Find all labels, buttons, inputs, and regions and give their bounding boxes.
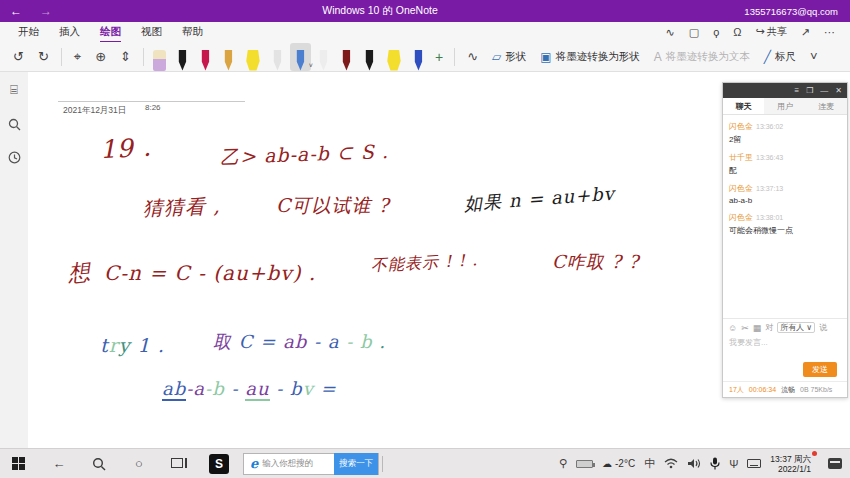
taskbar-clock[interactable]: 13:37 周六 2022/1/1 xyxy=(770,454,813,474)
wifi-icon[interactable] xyxy=(664,458,678,469)
chat-tab-chat[interactable]: 聊天 xyxy=(723,98,764,114)
notifications-bell-icon[interactable]: Ω xyxy=(726,26,748,38)
forward-arrow-icon[interactable]: → xyxy=(40,4,52,18)
chat-close-icon[interactable]: ✕ xyxy=(835,86,842,95)
cortana-icon[interactable]: ○ xyxy=(119,456,159,471)
redo-icon[interactable]: ↻ xyxy=(31,49,56,64)
taskbar-back-icon[interactable]: ← xyxy=(39,456,79,471)
share-icon[interactable]: ↪共享 xyxy=(749,25,794,39)
chat-timestamp: 13:38:01 xyxy=(756,214,783,221)
shapes-icon: ▱ xyxy=(492,50,501,64)
bitrate: 0B 75Kb/s xyxy=(800,386,832,393)
chat-input[interactable]: 我要发言... xyxy=(729,337,842,348)
ruler-button[interactable]: ╱标尺 xyxy=(757,50,803,64)
notification-badge xyxy=(812,451,817,456)
tab-insert[interactable]: 插入 xyxy=(49,23,90,41)
chat-text: 2留 xyxy=(729,134,841,145)
undo-icon[interactable]: ↺ xyxy=(6,49,31,64)
pen-black-2[interactable] xyxy=(359,43,380,71)
pen-black[interactable] xyxy=(172,43,193,71)
ink-line3-cannot: 不能表示 ! ! . xyxy=(371,250,479,277)
ink-replay-icon[interactable]: ∿ xyxy=(460,49,485,64)
viewer-count: 17人 xyxy=(729,385,744,395)
pan-icon[interactable]: ⇕ xyxy=(113,49,138,64)
lasso-select-icon[interactable]: ⌖ xyxy=(67,49,88,65)
ime-indicator[interactable]: 中 xyxy=(644,456,655,471)
notebooks-icon[interactable]: ⌸ xyxy=(10,82,18,98)
chat-minimize-icon[interactable]: — xyxy=(820,86,828,95)
screenshot-icon[interactable]: ✂ xyxy=(741,323,749,333)
ink-to-shape-button[interactable]: ▣将墨迹转换为形状 xyxy=(533,50,646,64)
sticky-note-icon[interactable]: ▢ xyxy=(682,26,706,39)
highlighter-yellow[interactable] xyxy=(241,43,265,71)
chat-tab-mic[interactable]: 连麦 xyxy=(806,98,847,114)
pen-red[interactable] xyxy=(195,43,216,71)
add-pen-icon[interactable]: + xyxy=(429,49,449,65)
session-duration: 00:06:34 xyxy=(749,386,776,393)
share-label: 共享 xyxy=(767,26,787,37)
weather-widget[interactable]: ☁-2°C xyxy=(602,458,635,469)
tab-help[interactable]: 帮助 xyxy=(172,23,213,41)
search-go-button[interactable]: 搜索一下 xyxy=(334,453,378,475)
audience-to-label: 对 xyxy=(765,322,773,333)
emoji-icon[interactable]: ☺ xyxy=(728,323,737,333)
pen-white-icon xyxy=(317,50,330,71)
task-view-icon[interactable] xyxy=(159,456,199,471)
chat-menu-icon[interactable]: ≡ xyxy=(794,86,799,95)
pen-blue[interactable]: ˅ xyxy=(290,43,311,71)
microphone-icon[interactable] xyxy=(710,457,720,470)
taskbar-search-box[interactable]: e 输入你想搜的 搜索一下 xyxy=(243,453,379,475)
taskbar-search-icon[interactable] xyxy=(79,457,119,471)
ink-to-text-icon: A xyxy=(654,50,662,64)
back-arrow-icon[interactable]: ← xyxy=(10,4,22,18)
chat-message-list[interactable]: 闪色金13:36:02 2留 廿千里13:36:43 配 闪色金13:37:13… xyxy=(723,115,847,318)
more-options-icon[interactable]: ⋯ xyxy=(817,26,842,39)
ink-line4-take: 取 C = ab - a - b . xyxy=(213,330,386,354)
ribbon-collapse-icon[interactable]: ˅ xyxy=(803,49,825,64)
shapes-button[interactable]: ▱形状 xyxy=(485,50,533,64)
insert-space-icon[interactable]: ⊕ xyxy=(88,49,113,64)
eraser[interactable] xyxy=(149,43,170,71)
chat-text: 配 xyxy=(729,165,841,176)
chat-restore-icon[interactable]: ❒ xyxy=(806,86,813,95)
chat-username: 闪色金 xyxy=(729,184,753,193)
search-icon[interactable] xyxy=(8,118,21,131)
recent-notes-icon[interactable] xyxy=(8,151,21,164)
app-icon[interactable]: S xyxy=(209,454,229,474)
start-button[interactable] xyxy=(12,457,25,470)
pen-white-small[interactable] xyxy=(267,43,288,71)
battery-icon[interactable] xyxy=(576,460,593,468)
image-icon[interactable]: ▦ xyxy=(753,323,762,333)
highlighter-yellow-icon xyxy=(245,50,261,71)
highlighter-yellow-2[interactable] xyxy=(382,43,406,71)
chat-tab-users[interactable]: 用户 xyxy=(764,98,805,114)
lightbulb-icon[interactable]: ϙ xyxy=(706,26,726,38)
tab-draw[interactable]: 绘图 xyxy=(90,23,131,41)
ruler-icon: ╱ xyxy=(764,50,771,64)
pen-list: ˅ xyxy=(149,43,429,71)
ink-line1-number: 19 . xyxy=(99,133,152,165)
audience-select[interactable]: 所有人∨ xyxy=(777,322,815,333)
account-email[interactable]: 1355716673@qq.com xyxy=(700,6,850,17)
usb-icon[interactable]: Ψ xyxy=(729,458,738,470)
pen-darkred-icon xyxy=(340,50,353,71)
page-date: 2021年12月31日 xyxy=(63,105,126,117)
tab-home[interactable]: 开始 xyxy=(8,23,49,41)
pen-white-small-icon xyxy=(271,50,284,71)
pen-galaxy-blue[interactable] xyxy=(408,43,429,71)
pen-white[interactable] xyxy=(313,43,334,71)
tab-view[interactable]: 视图 xyxy=(131,23,172,41)
chat-username: 廿千里 xyxy=(729,153,753,162)
inking-mode-icon[interactable]: ∿ xyxy=(659,26,682,39)
action-center-icon[interactable] xyxy=(828,458,842,469)
taskbar-search-input[interactable]: 输入你想搜的 xyxy=(262,458,334,470)
fullscreen-icon[interactable]: ↗ xyxy=(794,26,817,39)
temperature: -2°C xyxy=(615,458,635,469)
pen-darkred[interactable] xyxy=(336,43,357,71)
speaker-icon[interactable] xyxy=(687,458,701,469)
highlighter-yellow-2-icon xyxy=(386,50,402,71)
taskbar: ← ○ S e 输入你想搜的 搜索一下 ⚲ ☁-2°C 中 Ψ 13:37 周六… xyxy=(0,448,850,478)
pen-gold[interactable] xyxy=(218,43,239,71)
send-button[interactable]: 发送 xyxy=(803,362,837,377)
touch-keyboard-icon[interactable] xyxy=(747,459,761,468)
